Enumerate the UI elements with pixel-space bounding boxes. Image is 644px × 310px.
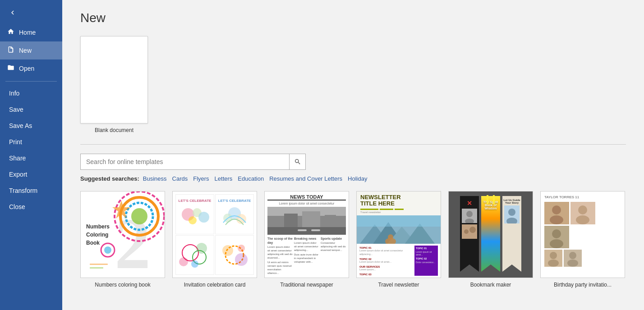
thumb-newspaper-content: NEWS TODAY Lorem ipsum dolor sit amet co… <box>265 191 349 278</box>
suggested-tag-cards[interactable]: Cards <box>172 175 188 182</box>
svg-point-52 <box>552 205 561 214</box>
newspaper-subtitle: Lorem ipsum dolor sit amet consectetur <box>267 202 346 205</box>
svg-point-4 <box>131 208 147 224</box>
svg-point-62 <box>548 260 559 267</box>
newspaper-title: NEWS TODAY <box>267 194 346 201</box>
template-thumb-newsletter: NEWSLETTERTITLE HERE Travel newsletter <box>356 191 441 278</box>
sidebar: Home New Open Info Save Save As Print Sh… <box>0 0 62 310</box>
sidebar-item-print[interactable]: Print <box>0 134 62 150</box>
new-doc-icon <box>7 46 14 55</box>
template-thumb-newspaper: NEWS TODAY Lorem ipsum dolor sit amet co… <box>264 191 349 278</box>
svg-point-23 <box>222 245 233 256</box>
numbers-coloring-book-text: NumbersColoringBook <box>86 223 110 247</box>
blank-doc-section: Blank document <box>80 36 626 133</box>
thumb-bookmark-content: ✕ The Spirit Book of Wisdom <box>449 191 533 278</box>
main-content: New Blank document Suggested searches: B… <box>62 0 644 310</box>
thumb-invitation-content: LET'S CELEBRATE LET'S CELEBRATE <box>173 191 257 278</box>
sidebar-item-export[interactable]: Export <box>0 166 62 182</box>
svg-point-46 <box>464 229 469 234</box>
sidebar-item-save-as[interactable]: Save As <box>0 118 62 134</box>
sidebar-new-label: New <box>19 47 32 54</box>
svg-point-55 <box>578 205 587 214</box>
template-thumb-numbers: 2 NumbersColoringBook <box>80 191 165 278</box>
suggested-searches: Suggested searches: Business Cards Flyer… <box>80 175 626 182</box>
back-button[interactable] <box>4 4 22 22</box>
sidebar-item-open[interactable]: Open <box>0 59 62 78</box>
template-label: Bookmark maker <box>470 282 511 288</box>
sidebar-item-info[interactable]: Info <box>0 85 62 101</box>
svg-point-7 <box>104 246 111 254</box>
svg-point-64 <box>569 252 576 259</box>
thumb-newsletter-content: NEWSLETTERTITLE HERE Travel newsletter <box>357 191 441 278</box>
suggested-label: Suggested searches: <box>80 175 139 182</box>
template-card-newsletter[interactable]: NEWSLETTERTITLE HERE Travel newsletter <box>356 191 441 288</box>
svg-point-13 <box>189 216 197 224</box>
sidebar-open-label: Open <box>19 65 34 72</box>
svg-rect-31 <box>267 227 346 235</box>
svg-point-61 <box>550 252 557 259</box>
svg-point-58 <box>552 229 561 238</box>
blank-document-label: Blank document <box>80 127 148 133</box>
sidebar-item-transform[interactable]: Transform <box>0 182 62 199</box>
svg-point-12 <box>198 212 209 223</box>
svg-point-21 <box>191 260 198 268</box>
sidebar-item-home[interactable]: Home <box>0 23 62 41</box>
sidebar-item-close[interactable]: Close <box>0 199 62 215</box>
search-input[interactable] <box>80 154 290 170</box>
template-label: Birthday party invitatio... <box>554 282 612 288</box>
template-grid: 2 NumbersColoringBook <box>80 191 626 288</box>
thumb-numbers-content: 2 NumbersColoringBook <box>81 191 165 278</box>
suggested-tag-flyers[interactable]: Flyers <box>193 175 209 182</box>
sidebar-item-new[interactable]: New <box>0 41 62 59</box>
svg-point-56 <box>576 215 589 224</box>
page-title: New <box>80 11 626 25</box>
template-thumb-bookmark: ✕ The Spirit Book of Wisdom <box>448 191 533 278</box>
svg-point-49 <box>508 209 515 216</box>
suggested-tag-education[interactable]: Education <box>238 175 264 182</box>
suggested-tag-resumes[interactable]: Resumes and Cover Letters <box>269 175 342 182</box>
template-card-invitation[interactable]: LET'S CELEBRATE LET'S CELEBRATE <box>172 191 257 288</box>
template-card-birthday[interactable]: TAYLOR TORRES 11 <box>540 191 625 288</box>
svg-point-41 <box>388 234 393 240</box>
template-label: Numbers coloring book <box>95 282 150 288</box>
svg-rect-9 <box>90 267 103 269</box>
template-label: Invitation celebration card <box>184 282 246 288</box>
thumb-birthday-content: TAYLOR TORRES 11 <box>541 191 625 278</box>
template-card-numbers-coloring-book[interactable]: 2 NumbersColoringBook <box>80 191 165 288</box>
sidebar-item-save[interactable]: Save <box>0 101 62 118</box>
svg-point-47 <box>469 227 476 233</box>
template-thumb-birthday: TAYLOR TORRES 11 <box>540 191 625 278</box>
svg-point-53 <box>550 215 563 224</box>
svg-rect-39 <box>357 215 441 227</box>
template-card-newspaper[interactable]: NEWS TODAY Lorem ipsum dolor sit amet co… <box>264 191 349 288</box>
search-container <box>80 154 306 170</box>
suggested-tag-letters[interactable]: Letters <box>215 175 233 182</box>
svg-point-20 <box>196 243 207 254</box>
template-label: Traditional newspaper <box>280 282 333 288</box>
svg-point-19 <box>179 257 188 266</box>
template-thumb-invitation: LET'S CELEBRATE LET'S CELEBRATE <box>172 191 257 278</box>
sidebar-divider <box>5 81 57 82</box>
template-card-bookmark[interactable]: ✕ The Spirit Book of Wisdom <box>448 191 533 288</box>
suggested-tag-business[interactable]: Business <box>143 175 167 182</box>
svg-point-25 <box>238 245 245 252</box>
section-divider <box>80 144 626 145</box>
home-icon <box>7 28 14 37</box>
svg-rect-8 <box>90 264 108 265</box>
newsletter-title: NEWSLETTERTITLE HERE <box>360 194 437 207</box>
sidebar-item-share[interactable]: Share <box>0 150 62 166</box>
svg-rect-33 <box>311 229 320 231</box>
svg-point-43 <box>466 211 473 217</box>
newspaper-columns: The scoop of the day Lorem ipsum dolor s… <box>267 237 346 275</box>
blank-document-thumb[interactable] <box>80 36 148 123</box>
svg-point-24 <box>235 253 248 266</box>
svg-point-65 <box>567 260 578 267</box>
template-label: Travel newsletter <box>378 282 419 288</box>
svg-rect-32 <box>298 229 307 231</box>
newsletter-header: NEWSLETTERTITLE HERE Travel newsletter <box>357 191 441 215</box>
svg-point-59 <box>550 239 563 248</box>
sidebar-home-label: Home <box>19 29 36 36</box>
open-icon <box>7 64 14 73</box>
search-button[interactable] <box>290 154 306 170</box>
suggested-tag-holiday[interactable]: Holiday <box>348 175 367 182</box>
